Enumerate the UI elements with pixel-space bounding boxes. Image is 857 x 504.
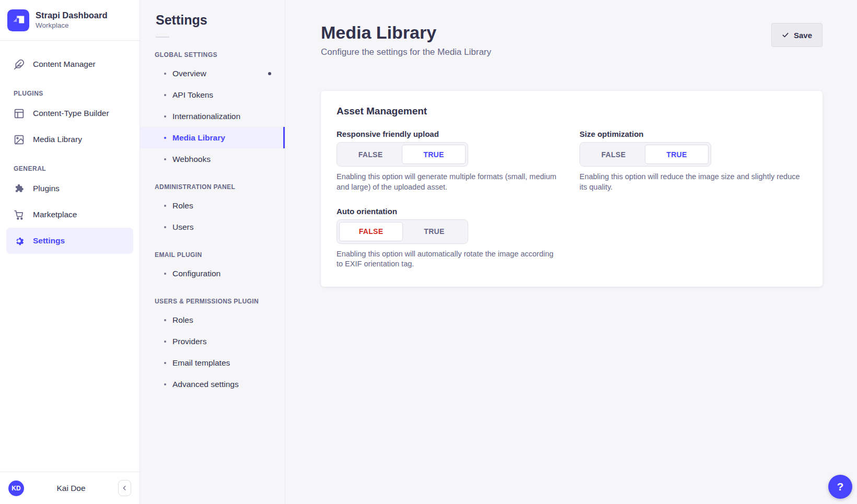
field-label: Auto orientation [337,207,564,216]
field-auto-orientation: Auto orientation FALSE TRUE Enabling thi… [337,207,564,269]
subnav-item-label: Users [172,222,193,232]
subnav-item-label: Overview [172,69,206,78]
app-title: Strapi Dashboard [36,10,108,21]
sidebar-item-content-manager[interactable]: Content Manager [6,51,133,77]
page-subtitle: Configure the settings for the Media Lib… [321,47,491,57]
user-row: KD Kai Doe [0,472,140,504]
page-header: Media Library Configure the settings for… [321,23,823,57]
field-responsive-friendly-upload: Responsive friendly upload FALSE TRUE En… [337,130,564,192]
responsive-friendly-upload-toggle: FALSE TRUE [337,142,468,167]
subnav-section-users-permissions: Users & Permissions plugin Roles Provide… [140,298,285,395]
settings-subnav: Settings Global Settings Overview API To… [140,0,285,504]
subnav-item-label: Email templates [172,358,230,368]
size-optimization-toggle: FALSE TRUE [580,142,711,167]
subnav-heading: Global Settings [140,51,285,58]
subnav-heading: Users & Permissions plugin [140,298,285,305]
image-icon [14,134,25,145]
help-button[interactable]: ? [828,475,852,499]
sidebar-section-general: General [14,165,126,172]
avatar[interactable]: KD [8,480,24,496]
field-label: Size optimization [580,130,807,138]
subnav-item-label: Advanced settings [172,380,239,389]
subnav-item-label: Roles [172,201,193,210]
subnav-item-internationalization[interactable]: Internationalization [140,106,285,127]
main-content: Media Library Configure the settings for… [285,0,857,504]
workspace-switcher[interactable]: Strapi Dashboard Workplace [0,0,140,41]
sidebar-item-settings[interactable]: Settings [6,228,133,254]
page-title: Media Library [321,23,491,42]
sidebar-item-media-library[interactable]: Media Library [6,126,133,153]
toggle-false-button[interactable]: FALSE [339,145,402,164]
sidebar-spacer [0,254,140,472]
field-hint: Enabling this option will automatically … [337,249,560,269]
user-name: Kai Doe [24,484,118,493]
sidebar-item-label: Plugins [33,184,60,193]
subnav-heading: Email Plugin [140,251,285,259]
sidebar-item-label: Media Library [33,135,82,144]
field-hint: Enabling this option will reduce the ima… [580,172,803,192]
subnav-item-label: Webhooks [172,155,211,164]
app-sidebar: Strapi Dashboard Workplace Content Manag… [0,0,140,504]
sidebar-item-marketplace[interactable]: Marketplace [6,202,133,228]
asset-management-card: Asset Management Responsive friendly upl… [321,91,823,287]
subnav-heading: Administration panel [140,183,285,191]
subnav-item-webhooks[interactable]: Webhooks [140,148,285,170]
cart-icon [14,209,25,220]
sidebar-item-label: Settings [33,236,65,245]
subnav-item-label: Configuration [172,269,221,278]
save-button[interactable]: Save [771,23,823,47]
page-header-titles: Media Library Configure the settings for… [321,23,491,57]
feather-icon [14,59,25,70]
check-icon [782,31,789,39]
subnav-item-email-configuration[interactable]: Configuration [140,263,285,284]
toggle-true-button[interactable]: TRUE [645,145,709,164]
notification-dot [268,72,271,75]
subnav-section-global-settings: Global Settings Overview API Tokens Inte… [140,51,285,170]
chevron-left-icon [121,485,128,491]
auto-orientation-toggle: FALSE TRUE [337,219,468,244]
workspace-name: Workplace [36,21,108,30]
toggle-true-button[interactable]: TRUE [402,145,466,164]
subnav-item-label: Providers [172,337,206,346]
puzzle-icon [14,183,25,194]
strapi-logo-icon [7,9,29,31]
subnav-item-label: Media Library [172,133,225,143]
subnav-item-label: API Tokens [172,90,213,100]
save-button-label: Save [794,31,812,40]
field-size-optimization: Size optimization FALSE TRUE Enabling th… [580,130,807,192]
subnav-item-api-tokens[interactable]: API Tokens [140,84,285,106]
sidebar-item-content-type-builder[interactable]: Content-Type Builder [6,100,133,126]
toggle-true-button[interactable]: TRUE [403,222,466,241]
toggle-false-button[interactable]: FALSE [582,145,645,164]
subnav-item-up-email-templates[interactable]: Email templates [140,352,285,373]
sidebar-item-plugins[interactable]: Plugins [6,175,133,202]
subnav-item-media-library[interactable]: Media Library [140,127,285,148]
field-hint: Enabling this option will generate multi… [337,172,560,192]
subnav-item-overview[interactable]: Overview [140,63,285,84]
fields-grid: Responsive friendly upload FALSE TRUE En… [337,130,807,269]
subnav-item-up-roles[interactable]: Roles [140,309,285,331]
subnav-section-email-plugin: Email Plugin Configuration [140,251,285,284]
card-heading: Asset Management [337,106,807,117]
question-mark-icon: ? [837,480,844,493]
subnav-item-label: Roles [172,315,193,325]
main-navigation: Content Manager Plugins Content-Type Bui… [0,41,140,254]
subnav-item-label: Internationalization [172,112,240,121]
subnav-item-up-advanced-settings[interactable]: Advanced settings [140,373,285,395]
toggle-false-button[interactable]: FALSE [339,222,403,241]
sidebar-item-label: Marketplace [33,210,77,219]
subnav-item-admin-roles[interactable]: Roles [140,195,285,216]
subnav-item-admin-users[interactable]: Users [140,216,285,238]
sidebar-item-label: Content-Type Builder [33,109,109,118]
gear-icon [14,236,25,247]
sidebar-section-plugins: Plugins [14,90,126,97]
subnav-item-up-providers[interactable]: Providers [140,331,285,352]
subnav-divider [156,37,169,38]
layout-icon [14,108,25,119]
app-shell: Strapi Dashboard Workplace Content Manag… [0,0,857,504]
field-label: Responsive friendly upload [337,130,564,138]
brand-meta: Strapi Dashboard Workplace [36,10,108,30]
collapse-sidebar-button[interactable] [118,480,131,496]
subnav-section-administration-panel: Administration panel Roles Users [140,183,285,238]
sidebar-item-label: Content Manager [33,60,96,69]
